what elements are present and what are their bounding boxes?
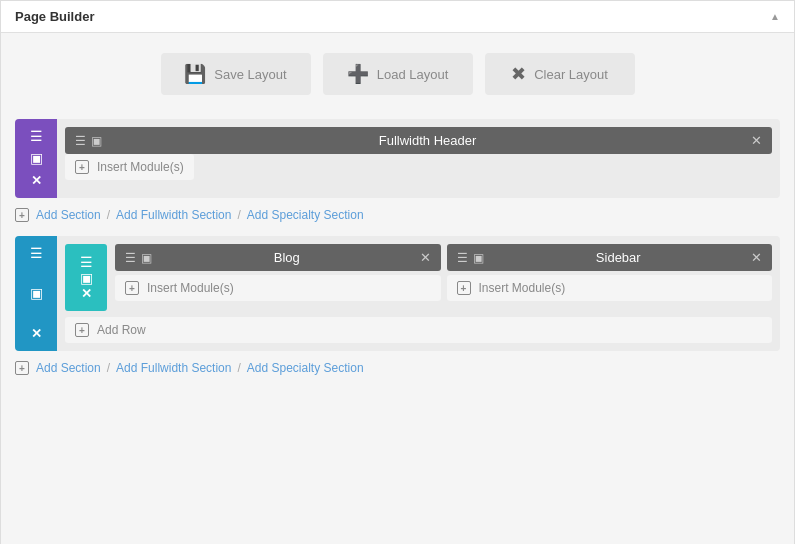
main-content: 💾 Save Layout ➕ Load Layout ✖ Clear Layo… xyxy=(1,33,794,544)
clear-layout-button[interactable]: ✖ Clear Layout xyxy=(485,53,635,95)
blog-insert-label: Insert Module(s) xyxy=(147,281,234,295)
add-section-link-2[interactable]: Add Section xyxy=(36,361,101,375)
section-2-left-bar: ☰ ▣ ✕ xyxy=(15,236,57,351)
add-specialty-section-link-2[interactable]: Add Specialty Section xyxy=(247,361,364,375)
blog-module: ☰ ▣ Blog ✕ xyxy=(115,244,441,271)
module-view-icon[interactable]: ▣ xyxy=(91,134,102,148)
sidebar-insert-label: Insert Module(s) xyxy=(479,281,566,295)
fullwidth-header-module: ☰ ▣ Fullwidth Header ✕ xyxy=(65,127,772,154)
section-2-row-1: ☰ ▣ ✕ ☰ ▣ xyxy=(65,244,772,311)
fullwidth-header-title: Fullwidth Header xyxy=(112,133,743,148)
blog-title: Blog xyxy=(162,250,412,265)
section-2-content: ☰ ▣ ✕ ☰ ▣ xyxy=(57,236,780,351)
insert-module-btn-s1[interactable]: + Insert Module(s) xyxy=(65,154,194,180)
save-layout-button[interactable]: 💾 Save Layout xyxy=(161,53,311,95)
sidebar-close[interactable]: ✕ xyxy=(751,250,762,265)
sidebar-title: Sidebar xyxy=(494,250,744,265)
sidebar-insert-icon: + xyxy=(457,281,471,295)
row-1-left-bar: ☰ ▣ ✕ xyxy=(65,244,107,311)
sidebar-view-icon[interactable]: ▣ xyxy=(473,251,484,265)
module-icons: ☰ ▣ xyxy=(75,134,102,148)
insert-plus-icon: + xyxy=(75,160,89,174)
section-1-module-row: ☰ ▣ Fullwidth Header ✕ + Insert Module(s… xyxy=(65,127,772,180)
load-layout-button[interactable]: ➕ Load Layout xyxy=(323,53,473,95)
section-2-menu-icon[interactable]: ☰ xyxy=(30,246,43,260)
add-row-button[interactable]: + Add Row xyxy=(65,317,772,343)
sidebar-column: ☰ ▣ Sidebar ✕ + Insert Module(s) xyxy=(447,244,773,301)
blog-menu-icon[interactable]: ☰ xyxy=(125,251,136,265)
row-close-icon[interactable]: ✕ xyxy=(81,286,92,301)
sidebar-module: ☰ ▣ Sidebar ✕ xyxy=(447,244,773,271)
add-section-plus-icon-2: + xyxy=(15,361,29,375)
sidebar-menu-icon[interactable]: ☰ xyxy=(457,251,468,265)
sidebar-module-icons: ☰ ▣ xyxy=(457,251,484,265)
collapse-arrow[interactable]: ▲ xyxy=(770,11,780,22)
insert-module-label: Insert Module(s) xyxy=(97,160,184,174)
section-1: ☰ ▣ ✕ ☰ ▣ Fullwidth Header ✕ xyxy=(15,119,780,226)
section-1-delete-icon[interactable]: ✕ xyxy=(31,173,42,188)
row-columns: ☰ ▣ Blog ✕ + Insert Module(s) xyxy=(115,244,772,311)
load-icon: ➕ xyxy=(347,63,369,85)
save-layout-label: Save Layout xyxy=(214,67,286,82)
blog-column: ☰ ▣ Blog ✕ + Insert Module(s) xyxy=(115,244,441,301)
title-bar: Page Builder ▲ xyxy=(1,1,794,33)
add-section-bar-2: + Add Section / Add Fullwidth Section / … xyxy=(15,357,780,379)
add-section-link-1[interactable]: Add Section xyxy=(36,208,101,222)
save-icon: 💾 xyxy=(184,63,206,85)
add-row-label: Add Row xyxy=(97,323,146,337)
insert-module-btn-blog[interactable]: + Insert Module(s) xyxy=(115,275,441,301)
blog-view-icon[interactable]: ▣ xyxy=(141,251,152,265)
section-2-box: ☰ ▣ ✕ ☰ ▣ ✕ xyxy=(15,236,780,351)
module-menu-icon[interactable]: ☰ xyxy=(75,134,86,148)
add-fullwidth-section-link-1[interactable]: Add Fullwidth Section xyxy=(116,208,231,222)
load-layout-label: Load Layout xyxy=(377,67,449,82)
row-menu-icon[interactable]: ☰ xyxy=(80,254,93,270)
section-1-menu-icon[interactable]: ☰ xyxy=(30,129,43,143)
clear-icon: ✖ xyxy=(511,63,526,85)
add-specialty-section-link-1[interactable]: Add Specialty Section xyxy=(247,208,364,222)
blog-module-icons: ☰ ▣ xyxy=(125,251,152,265)
columns-row: ☰ ▣ Blog ✕ + Insert Module(s) xyxy=(115,244,772,301)
section-2-delete-icon[interactable]: ✕ xyxy=(31,326,42,341)
blog-insert-icon: + xyxy=(125,281,139,295)
add-section-plus-icon-1: + xyxy=(15,208,29,222)
row-layout-icon[interactable]: ▣ xyxy=(80,270,93,286)
clear-layout-label: Clear Layout xyxy=(534,67,608,82)
section-1-box: ☰ ▣ ✕ ☰ ▣ Fullwidth Header ✕ xyxy=(15,119,780,198)
add-section-bar-1: + Add Section / Add Fullwidth Section / … xyxy=(15,204,780,226)
add-row-icon: + xyxy=(75,323,89,337)
page-title: Page Builder xyxy=(15,9,94,24)
section-1-content: ☰ ▣ Fullwidth Header ✕ + Insert Module(s… xyxy=(57,119,780,198)
fullwidth-header-close[interactable]: ✕ xyxy=(751,133,762,148)
section-1-layout-icon[interactable]: ▣ xyxy=(30,151,43,165)
section-1-left-bar: ☰ ▣ ✕ xyxy=(15,119,57,198)
section-2-layout-icon[interactable]: ▣ xyxy=(30,286,43,300)
section-2: ☰ ▣ ✕ ☰ ▣ ✕ xyxy=(15,236,780,379)
blog-close[interactable]: ✕ xyxy=(420,250,431,265)
insert-module-btn-sidebar[interactable]: + Insert Module(s) xyxy=(447,275,773,301)
toolbar: 💾 Save Layout ➕ Load Layout ✖ Clear Layo… xyxy=(15,53,780,95)
add-fullwidth-section-link-2[interactable]: Add Fullwidth Section xyxy=(116,361,231,375)
